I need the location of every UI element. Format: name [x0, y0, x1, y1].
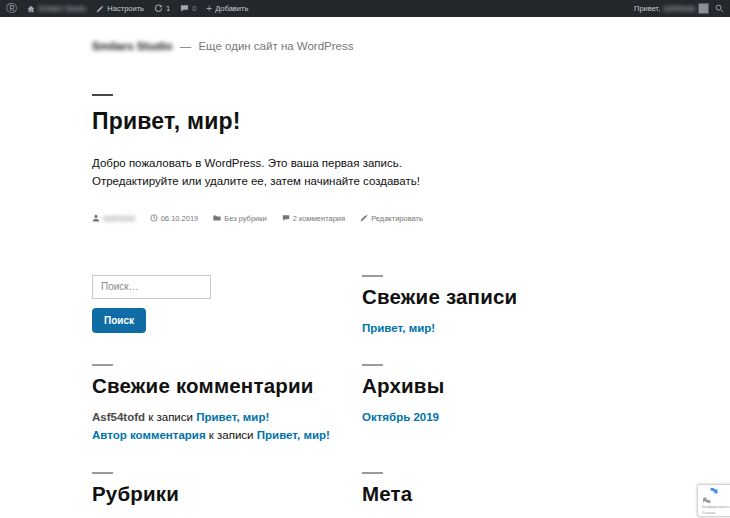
folder-icon	[213, 214, 221, 222]
comments-count: 0	[192, 4, 196, 13]
widget-accent-line	[92, 472, 113, 474]
post-author-name: Asf54tofd	[103, 214, 135, 223]
recaptcha-badge[interactable]: Конфиденциальность Условия	[697, 484, 730, 517]
home-icon	[27, 5, 35, 13]
wordpress-logo-icon[interactable]: Ⓡ	[6, 3, 17, 14]
search-widget: Поиск	[92, 275, 362, 333]
comment-author: Asf54tofd	[92, 411, 145, 423]
site-content: Smilars Studio — Еще один сайт на WordPr…	[0, 40, 730, 518]
widget-accent-line	[362, 364, 383, 366]
comment-author-link[interactable]: Автор комментария	[92, 429, 206, 441]
search-icon	[715, 4, 724, 13]
admin-bar: Ⓡ Smilars Studio Настроить 1 0	[0, 0, 730, 17]
pencil-icon	[360, 214, 368, 222]
site-tagline: Еще один сайт на WordPress	[198, 40, 353, 52]
clock-icon	[150, 214, 158, 222]
comment-post-link[interactable]: Привет, мир!	[196, 411, 269, 423]
recent-comments-widget: Свежие комментарии Asf54tofd к записи Пр…	[92, 364, 362, 445]
new-content-button[interactable]: + Добавить	[206, 3, 248, 14]
user-icon	[92, 214, 100, 222]
categories-title: Рубрики	[92, 482, 362, 506]
site-title-link[interactable]: Smilars Studio	[92, 40, 173, 52]
meta-title: Мета	[362, 482, 662, 506]
site-title-separator: —	[180, 40, 192, 52]
plus-icon: +	[206, 3, 212, 14]
admin-username: Asf54tofd	[663, 4, 695, 13]
recent-comment-item: Автор комментария к записи Привет, мир!	[92, 426, 362, 444]
admin-search-button[interactable]	[715, 4, 724, 13]
recent-posts-widget: Свежие записи Привет, мир!	[362, 275, 662, 337]
post-meta-row: Asf54tofd 06.10.2019 Без рубрики 2 комме…	[92, 214, 730, 223]
post-edit-link[interactable]: Редактировать	[360, 214, 423, 223]
comment-post-link[interactable]: Привет, мир!	[257, 429, 330, 441]
widget-area: Поиск Свежие записи Привет, мир! Свежие …	[92, 275, 730, 518]
updates-button[interactable]: 1	[154, 4, 170, 13]
comments-button[interactable]: 0	[180, 4, 196, 13]
widget-accent-line	[362, 275, 383, 277]
recent-post-link[interactable]: Привет, мир!	[362, 322, 435, 334]
post-title-accent-line	[92, 94, 113, 96]
pencil-icon	[96, 5, 104, 13]
post-body-text: Добро пожаловать в WordPress. Это ваша п…	[92, 155, 450, 191]
site-name-label: Smilars Studio	[38, 4, 86, 13]
recent-comments-title: Свежие комментарии	[92, 374, 362, 398]
widget-accent-line	[362, 472, 383, 474]
search-input[interactable]	[92, 275, 211, 299]
updates-count: 1	[166, 4, 170, 13]
post-hello-world: Привет, мир! Добро пожаловать в WordPres…	[92, 94, 730, 223]
comment-bubble-icon	[180, 4, 189, 13]
categories-widget: Рубрики Без рубрики	[92, 472, 362, 518]
update-icon	[154, 4, 163, 13]
meta-widget: Мета Управление сайтом	[362, 472, 662, 518]
avatar	[698, 3, 709, 14]
recaptcha-icon	[702, 487, 719, 504]
recaptcha-terms-label: Условия	[702, 511, 715, 516]
site-header: Smilars Studio — Еще один сайт на WordPr…	[92, 40, 730, 52]
my-account-button[interactable]: Привет, Asf54tofd	[634, 3, 709, 14]
post-author[interactable]: Asf54tofd	[92, 214, 135, 223]
post-category[interactable]: Без рубрики	[213, 214, 267, 223]
customize-button[interactable]: Настроить	[96, 4, 144, 13]
archives-widget: Архивы Октябрь 2019	[362, 364, 662, 426]
admin-bar-site-name[interactable]: Smilars Studio	[27, 4, 86, 13]
widget-accent-line	[92, 364, 113, 366]
archive-link[interactable]: Октябрь 2019	[362, 411, 439, 423]
post-date[interactable]: 06.10.2019	[150, 214, 199, 223]
post-comments-link[interactable]: 2 комментария	[282, 214, 345, 223]
recent-posts-title: Свежие записи	[362, 285, 662, 309]
archives-title: Архивы	[362, 374, 662, 398]
recent-comment-item: Asf54tofd к записи Привет, мир!	[92, 408, 362, 426]
comment-bubble-icon	[282, 214, 290, 222]
recaptcha-privacy-label: Конфиденциальность	[702, 505, 730, 510]
search-submit-button[interactable]: Поиск	[92, 308, 146, 333]
post-title[interactable]: Привет, мир!	[92, 108, 730, 135]
